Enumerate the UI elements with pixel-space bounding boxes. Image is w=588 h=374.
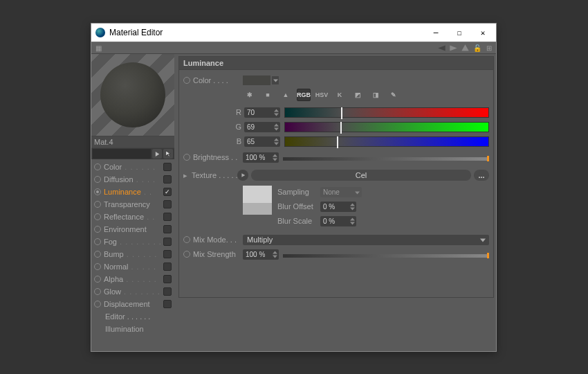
channel-label: Bump . . . . . . — [104, 250, 161, 258]
texture-expand-icon[interactable]: ▸ — [183, 171, 189, 180]
color-swatch[interactable] — [243, 75, 270, 85]
r-slider[interactable] — [284, 107, 489, 118]
material-rename-field[interactable] — [93, 149, 151, 159]
titlebar[interactable]: Material Editor ─ ☐ ✕ — [91, 24, 496, 42]
material-preview[interactable] — [91, 54, 174, 136]
svg-marker-6 — [274, 109, 279, 112]
svg-marker-21 — [273, 251, 277, 253]
channel-label: Editor . . . . . . — [105, 312, 172, 321]
mix-strength-slider[interactable] — [283, 254, 489, 258]
channel-checkbox[interactable] — [163, 238, 172, 246]
channel-checkbox[interactable] — [163, 175, 172, 184]
channel-radio[interactable] — [94, 213, 101, 220]
channel-transparency[interactable]: Transparency — [91, 198, 174, 211]
channel-illumination[interactable]: Illumination — [91, 323, 174, 335]
channel-radio[interactable] — [94, 226, 101, 233]
nav-back-icon[interactable] — [437, 44, 446, 53]
color-mode-icon-2[interactable]: ▲ — [279, 89, 293, 101]
channel-checkbox[interactable] — [163, 188, 172, 196]
brightness-radio[interactable] — [183, 154, 190, 161]
r-field[interactable]: 70 — [244, 107, 280, 118]
channel-normal[interactable]: Normal . . . . . — [91, 260, 174, 273]
brightness-field[interactable]: 100 % — [243, 152, 279, 163]
channel-alpha[interactable]: Alpha . . . . . . — [91, 273, 174, 285]
preview-sphere — [100, 62, 165, 127]
close-button[interactable]: ✕ — [471, 24, 495, 41]
brightness-label: Brightness . . — [193, 153, 243, 161]
color-mode-icon-0[interactable]: ✱ — [243, 89, 257, 101]
svg-marker-8 — [274, 123, 279, 126]
channel-radio[interactable] — [94, 288, 101, 295]
mix-mode-label: Mix Mode. . . — [193, 235, 243, 244]
maximize-button[interactable]: ☐ — [448, 24, 471, 41]
color-dropdown-caret[interactable] — [272, 76, 279, 84]
up-icon[interactable] — [461, 44, 470, 53]
channel-label: Fog . . . . . . . . — [104, 238, 161, 246]
channel-checkbox[interactable] — [163, 163, 172, 171]
material-picker-icon[interactable] — [163, 149, 173, 159]
svg-marker-20 — [480, 239, 486, 242]
channel-displacement[interactable]: Displacement — [91, 298, 174, 310]
nav-fwd-icon[interactable] — [449, 44, 458, 53]
channel-luminance[interactable]: Luminance . . — [91, 186, 174, 198]
b-field[interactable]: 65 — [244, 136, 280, 147]
color-radio[interactable] — [183, 77, 190, 84]
channel-radio[interactable] — [94, 238, 101, 245]
channel-radio[interactable] — [94, 251, 101, 258]
svg-marker-16 — [350, 203, 355, 206]
color-mode-icon-8[interactable]: ✎ — [387, 89, 401, 101]
channel-radio[interactable] — [94, 163, 101, 170]
blur-offset-field[interactable]: 0 % — [320, 202, 356, 212]
sampling-dropdown[interactable]: None — [320, 187, 362, 197]
g-slider[interactable] — [284, 122, 489, 132]
b-slider[interactable] — [284, 136, 489, 147]
channel-color[interactable]: Color . . . . . . — [91, 161, 174, 173]
channel-checkbox[interactable] — [163, 250, 172, 258]
channel-fog[interactable]: Fog . . . . . . . . — [91, 235, 174, 248]
channel-label: Transparency — [104, 200, 161, 208]
mix-mode-radio[interactable] — [183, 236, 190, 243]
channel-checkbox[interactable] — [163, 200, 172, 208]
texture-play-icon[interactable] — [237, 170, 248, 181]
channel-radio[interactable] — [94, 276, 101, 283]
lock-icon[interactable]: 🔓 — [472, 44, 481, 53]
channel-diffusion[interactable]: Diffusion . . . . — [91, 173, 174, 186]
channel-radio[interactable] — [94, 201, 101, 208]
mix-strength-radio[interactable] — [183, 251, 190, 258]
texture-browse-button[interactable]: ... — [474, 170, 489, 181]
channel-checkbox[interactable] — [163, 213, 172, 221]
channel-radio[interactable] — [94, 301, 101, 308]
texture-thumbnail[interactable] — [243, 186, 272, 215]
channel-editor[interactable]: Editor . . . . . . — [91, 310, 174, 323]
grid-icon[interactable]: ▦ — [94, 44, 103, 53]
color-mode-icon-5[interactable]: K — [333, 89, 347, 101]
channel-reflectance[interactable]: Reflectance . . — [91, 211, 174, 223]
material-next-icon[interactable] — [152, 149, 162, 159]
minimize-button[interactable]: ─ — [424, 24, 448, 41]
channel-bump[interactable]: Bump . . . . . . — [91, 248, 174, 260]
add-icon[interactable]: ⊞ — [484, 44, 493, 53]
channel-radio[interactable] — [94, 263, 101, 270]
texture-value[interactable]: Cel — [251, 170, 471, 181]
brightness-slider[interactable] — [283, 157, 489, 161]
channel-glow[interactable]: Glow . . . . . . . — [91, 285, 174, 298]
channel-checkbox[interactable] — [163, 225, 172, 233]
channel-checkbox[interactable] — [163, 287, 172, 296]
channel-environment[interactable]: Environment — [91, 223, 174, 235]
g-field[interactable]: 69 — [244, 122, 280, 132]
color-mode-icon-3[interactable]: RGB — [297, 89, 311, 101]
channel-radio[interactable] — [94, 188, 101, 195]
channel-radio[interactable] — [94, 176, 101, 183]
svg-marker-11 — [274, 142, 279, 145]
color-mode-icon-6[interactable]: ◩ — [351, 89, 365, 101]
channel-checkbox[interactable] — [163, 300, 172, 308]
channel-checkbox[interactable] — [163, 262, 172, 271]
mix-mode-dropdown[interactable]: Multiply — [243, 235, 489, 245]
channel-checkbox[interactable] — [163, 275, 172, 283]
blur-scale-field[interactable]: 0 % — [320, 216, 356, 226]
svg-marker-2 — [461, 44, 468, 51]
mix-strength-field[interactable]: 100 % — [243, 249, 279, 260]
color-mode-icon-1[interactable]: ■ — [261, 89, 275, 101]
color-mode-icon-4[interactable]: HSV — [315, 89, 329, 101]
color-mode-icon-7[interactable]: ◨ — [369, 89, 383, 101]
